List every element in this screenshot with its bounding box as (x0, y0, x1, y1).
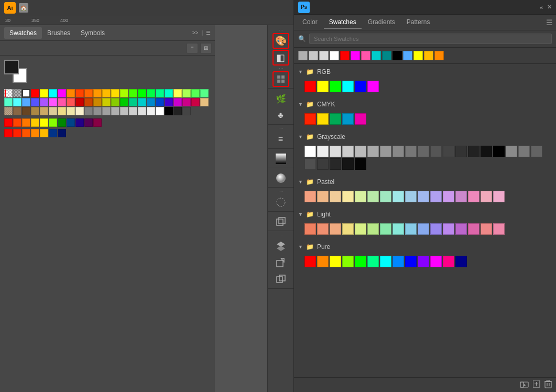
p-6[interactable] (367, 191, 379, 202)
pu-8[interactable] (393, 256, 404, 267)
gradient-bar-icon[interactable] (272, 151, 289, 167)
swatch-g3[interactable] (22, 118, 30, 127)
gs-16[interactable] (493, 146, 505, 157)
swatch-h2[interactable] (13, 129, 21, 137)
swatch-h7[interactable] (58, 129, 66, 137)
pu-4[interactable] (342, 256, 354, 267)
swatch-g8[interactable] (67, 118, 75, 127)
swatch-b2[interactable] (182, 89, 191, 97)
p-16[interactable] (493, 191, 505, 202)
pu-10[interactable] (418, 256, 429, 267)
swatch-d8[interactable] (58, 107, 66, 115)
swatch-c6[interactable] (120, 98, 128, 106)
qs-3[interactable] (319, 51, 329, 60)
ps-group-header-rgb[interactable]: ▼ 📁 RGB (294, 66, 556, 78)
ai-tab-symbols[interactable]: Symbols (75, 27, 110, 39)
ps-swatches-scroll[interactable]: ▼ 📁 RGB ▼ 📁 CMYK (294, 64, 556, 377)
swatch-grid-icon[interactable] (272, 71, 289, 87)
gs-20[interactable] (304, 158, 316, 170)
list-view-btn[interactable]: ≡ (187, 43, 198, 53)
rgb-magenta[interactable] (367, 81, 379, 92)
gs-6[interactable] (367, 146, 379, 157)
p-4[interactable] (342, 191, 354, 202)
swatch-orange1[interactable] (67, 89, 75, 97)
swatch-h5[interactable] (40, 129, 48, 137)
swatch-d2[interactable] (4, 107, 13, 115)
gs-19[interactable] (531, 146, 542, 157)
cmyk-5[interactable] (355, 113, 366, 125)
l-16[interactable] (493, 223, 505, 235)
swatch-c11[interactable] (165, 98, 173, 106)
swatch-teal1[interactable] (156, 89, 164, 97)
p-15[interactable] (481, 191, 492, 202)
gs-1[interactable] (304, 146, 316, 157)
l-1[interactable] (304, 223, 316, 235)
ai-tab-brushes[interactable]: Brushes (42, 27, 75, 39)
ai-tab-swatches[interactable]: Swatches (4, 27, 42, 39)
gs-3[interactable] (330, 146, 341, 157)
qs-12[interactable] (413, 51, 423, 60)
pu-13[interactable] (455, 256, 467, 267)
l-9[interactable] (405, 223, 417, 235)
swatch-b7[interactable] (22, 98, 30, 106)
gs-4[interactable] (342, 146, 354, 157)
p-12[interactable] (443, 191, 454, 202)
swatch-e7[interactable] (138, 107, 146, 115)
ai-tab-overflow[interactable]: >> (192, 30, 199, 36)
ps-panel-menu-icon[interactable]: ☰ (546, 18, 553, 27)
gs-17[interactable] (506, 146, 517, 157)
gs-9[interactable] (405, 146, 417, 157)
p-14[interactable] (468, 191, 479, 202)
swatch-d7[interactable] (49, 107, 57, 115)
gs-18[interactable] (518, 146, 530, 157)
swatch-g11[interactable] (93, 118, 102, 127)
duplicate-icon[interactable] (272, 214, 289, 230)
p-2[interactable] (317, 191, 329, 202)
ps-group-header-pastel[interactable]: ▼ 📁 Pastel (294, 176, 556, 188)
copy2-icon[interactable] (272, 271, 289, 287)
qs-7[interactable] (361, 51, 370, 60)
gs-23[interactable] (342, 158, 354, 170)
swatch-cyan[interactable] (49, 89, 57, 97)
swatch-d4[interactable] (22, 107, 30, 115)
gs-21[interactable] (317, 158, 329, 170)
ps-tab-gradients[interactable]: Gradients (363, 16, 400, 29)
grid-view-btn[interactable]: ⊞ (200, 43, 212, 53)
pu-2[interactable] (317, 256, 329, 267)
export-icon[interactable] (272, 255, 289, 270)
swatch-b6[interactable] (13, 98, 21, 106)
swatch-d10[interactable] (75, 107, 84, 115)
ai-fg-swatch[interactable] (4, 60, 19, 74)
swatch-c5[interactable] (111, 98, 119, 106)
swatch-b11[interactable] (58, 98, 66, 106)
gs-8[interactable] (393, 146, 404, 157)
swatch-d9[interactable] (67, 107, 75, 115)
swatch-f2[interactable] (173, 107, 182, 115)
swatch-c13[interactable] (182, 98, 191, 106)
swatch-e3[interactable] (102, 107, 111, 115)
qs-14[interactable] (434, 51, 444, 60)
swatch-b5[interactable] (4, 98, 13, 106)
pu-7[interactable] (380, 256, 391, 267)
swatch-g4[interactable] (31, 118, 39, 127)
swatch-b10[interactable] (49, 98, 57, 106)
swatch-c1[interactable] (75, 98, 84, 106)
p-8[interactable] (393, 191, 404, 202)
l-5[interactable] (355, 223, 366, 235)
p-13[interactable] (455, 191, 467, 202)
swatch-g5[interactable] (40, 118, 48, 127)
pu-6[interactable] (367, 256, 379, 267)
gs-5[interactable] (355, 146, 366, 157)
l-11[interactable] (430, 223, 442, 235)
search-input[interactable] (309, 34, 552, 44)
gs-14[interactable] (468, 146, 479, 157)
gs-13[interactable] (455, 146, 467, 157)
pu-5[interactable] (355, 256, 366, 267)
p-10[interactable] (418, 191, 429, 202)
swatch-g9[interactable] (75, 118, 84, 127)
rgb-cyan[interactable] (342, 81, 354, 92)
l-15[interactable] (481, 223, 492, 235)
swatch-g1[interactable] (4, 118, 13, 127)
pu-1[interactable] (304, 256, 316, 267)
l-10[interactable] (418, 223, 429, 235)
